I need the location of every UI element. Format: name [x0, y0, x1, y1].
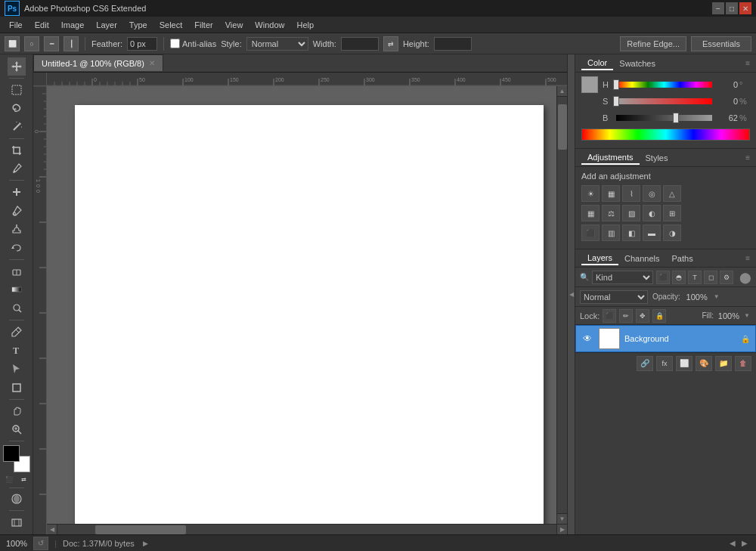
pen-tool[interactable]	[8, 323, 26, 341]
filter-pixel-icon[interactable]: ⬛	[656, 271, 670, 284]
adj-photo-filter-icon[interactable]: ◐	[643, 205, 661, 221]
rotate-canvas-icon[interactable]: ↺	[33, 537, 48, 550]
adj-color-balance-icon[interactable]: ⚖	[602, 205, 620, 221]
dodge-tool[interactable]	[8, 299, 26, 317]
antialias-checkbox[interactable]	[170, 39, 180, 48]
s-slider[interactable]	[616, 98, 712, 104]
crop-tool[interactable]	[8, 141, 26, 159]
layer-effects-btn[interactable]: fx	[656, 356, 673, 371]
scroll-left-arrow[interactable]: ◀	[47, 525, 57, 534]
b-thumb[interactable]	[673, 113, 679, 123]
magic-wand-tool[interactable]	[8, 118, 26, 136]
tab-paths[interactable]: Paths	[666, 252, 699, 265]
menu-filter[interactable]: Filter	[188, 19, 218, 31]
layer-visibility-icon[interactable]: 👁	[581, 332, 594, 345]
lock-all-icon[interactable]: 🔒	[652, 309, 666, 323]
scroll-right-arrow[interactable]: ▶	[556, 525, 567, 534]
menu-window[interactable]: Window	[249, 19, 290, 31]
menu-help[interactable]: Help	[290, 19, 320, 31]
scroll-down-arrow[interactable]: ▼	[557, 513, 567, 524]
doc-info-right-arrow[interactable]: ▶	[141, 538, 151, 549]
adj-curves-icon[interactable]: ⌇	[622, 185, 640, 202]
menu-view[interactable]: View	[219, 19, 249, 31]
swap-colors-icon[interactable]: ⇄	[17, 475, 31, 485]
menu-file[interactable]: File	[3, 19, 29, 31]
adj-exposure-icon[interactable]: ◎	[643, 185, 661, 202]
menu-select[interactable]: Select	[153, 19, 189, 31]
width-input[interactable]	[341, 37, 379, 51]
new-group-btn[interactable]: 📁	[715, 356, 732, 371]
screen-mode-icon[interactable]	[8, 513, 26, 531]
b-slider[interactable]	[616, 115, 712, 121]
adj-invert-icon[interactable]: ⬛	[581, 224, 600, 241]
brush-tool[interactable]	[8, 202, 26, 220]
maximize-button[interactable]: □	[726, 2, 738, 14]
refine-edge-button[interactable]: Refine Edge...	[620, 36, 686, 51]
foreground-color-swatch[interactable]	[3, 445, 20, 462]
lock-position-icon[interactable]: ✥	[636, 309, 649, 323]
scroll-up-arrow[interactable]: ▲	[557, 86, 567, 97]
lock-transparent-icon[interactable]: ⬛	[603, 309, 616, 323]
eraser-tool[interactable]	[8, 262, 26, 280]
feather-input[interactable]	[127, 37, 157, 51]
adj-hsl-icon[interactable]: ▦	[581, 205, 600, 221]
adj-gradient-map-icon[interactable]: ▬	[643, 224, 661, 241]
scroll-thumb-v[interactable]	[558, 104, 567, 150]
status-left-scroll-icon[interactable]: ◀	[727, 538, 738, 549]
eyedropper-tool[interactable]	[8, 159, 26, 178]
layer-blend-mode-select[interactable]: Normal	[580, 290, 648, 304]
status-right-scroll-icon[interactable]: ▶	[739, 538, 750, 549]
menu-layer[interactable]: Layer	[90, 19, 123, 31]
height-input[interactable]	[434, 37, 472, 51]
style-select[interactable]: Normal Fixed Ratio Fixed Size	[246, 37, 308, 51]
h-slider[interactable]	[616, 82, 712, 88]
layer-mask-btn[interactable]: ⬜	[676, 356, 692, 371]
adj-selective-color-icon[interactable]: ◑	[663, 224, 681, 241]
swap-icon[interactable]: ⇄	[383, 36, 398, 51]
tab-adjustments[interactable]: Adjustments	[581, 151, 640, 165]
heal-tool[interactable]	[8, 183, 26, 201]
shape-tool[interactable]	[8, 379, 26, 397]
type-tool[interactable]: T	[8, 342, 26, 360]
menu-type[interactable]: Type	[123, 19, 153, 31]
lock-image-icon[interactable]: ✏	[619, 309, 633, 323]
menu-image[interactable]: Image	[55, 19, 91, 31]
move-tool[interactable]	[8, 57, 26, 76]
link-layers-btn[interactable]: 🔗	[637, 356, 653, 371]
filter-smart-icon[interactable]: ⚙	[720, 271, 733, 284]
color-swatch-fg[interactable]	[581, 76, 598, 93]
fill-arrow[interactable]: ▼	[742, 311, 751, 320]
new-adjustment-layer-btn[interactable]: 🎨	[696, 356, 712, 371]
tab-color[interactable]: Color	[581, 57, 613, 70]
h-thumb[interactable]	[613, 79, 619, 90]
adj-bw-icon[interactable]: ▨	[622, 205, 640, 221]
hand-tool[interactable]	[8, 402, 26, 420]
menu-edit[interactable]: Edit	[29, 19, 55, 31]
layers-kind-select[interactable]: Kind	[592, 271, 653, 284]
adj-levels-icon[interactable]: ▦	[602, 185, 620, 202]
tab-swatches[interactable]: Swatches	[613, 57, 662, 70]
gradient-tool[interactable]	[8, 281, 26, 299]
adj-posterize-icon[interactable]: ▥	[602, 224, 620, 241]
vertical-scrollbar[interactable]: ▲ ▼	[556, 86, 567, 524]
right-panel-collapse[interactable]: ◀	[567, 54, 575, 534]
adj-brightness-icon[interactable]: ☀	[581, 185, 600, 202]
history-brush-tool[interactable]	[8, 239, 26, 257]
tab-close-icon[interactable]: ✕	[149, 59, 155, 67]
adj-channel-mixer-icon[interactable]: ⊞	[663, 205, 681, 221]
canvas-tab-main[interactable]: Untitled-1 @ 100% (RGB/8) ✕	[33, 54, 163, 71]
scroll-thumb-h[interactable]	[95, 525, 186, 534]
essentials-button[interactable]: Essentials	[691, 36, 751, 51]
opacity-arrow[interactable]: ▼	[712, 293, 721, 302]
filter-shape-icon[interactable]: ◻	[704, 271, 717, 284]
layers-panel-menu[interactable]: ≡	[745, 254, 750, 262]
filter-toggle[interactable]: ⬤	[739, 271, 751, 283]
s-thumb[interactable]	[613, 96, 619, 107]
color-panel-menu[interactable]: ≡	[745, 59, 750, 67]
minimize-button[interactable]: −	[712, 2, 724, 14]
filter-type-icon[interactable]: T	[688, 271, 702, 284]
lasso-tool[interactable]	[8, 99, 26, 117]
adj-threshold-icon[interactable]: ◧	[622, 224, 640, 241]
zoom-tool[interactable]	[8, 420, 26, 438]
adj-vibrance-icon[interactable]: △	[663, 185, 681, 202]
